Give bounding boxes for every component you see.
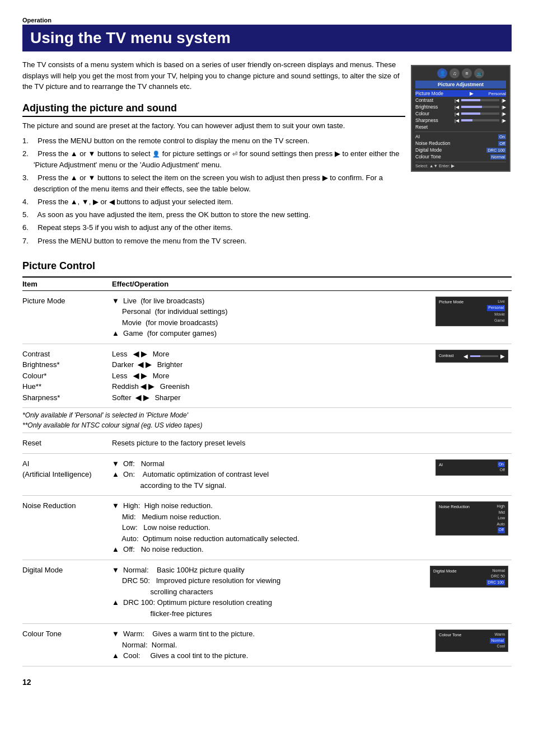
osd-sharpness-row: Sharpness |◀ |▶: [415, 117, 506, 124]
col-header-item: Item: [22, 277, 112, 291]
item-contrast: ContrastBrightness*Colour*Hue**Sharpness…: [22, 344, 112, 408]
item-digital-mode: Digital Mode: [22, 560, 112, 624]
table-row: *Only available if 'Personal' is selecte…: [22, 408, 512, 433]
effect-noise-reduction: ▼ High: High noise reduction. Mid: Mediu…: [112, 496, 512, 560]
adjusting-title: Adjusting the picture and sound: [22, 102, 405, 117]
effect-contrast: Less ◀ ▶ More Darker ◀ ▶ Brighter Less ◀…: [112, 344, 512, 408]
osd-reset-row: Reset: [415, 124, 506, 130]
effect-ai: ▼ Off: Normal ▲ On: Automatic optimizati…: [112, 453, 512, 496]
main-title: Using the TV menu system: [22, 25, 512, 51]
page-number: 12: [22, 678, 512, 687]
osd-screenshot: 👤 ♫ ≡ 📺 Picture Adjustment Picture Mode …: [411, 65, 512, 172]
step-3: 3. Press the ▲ or ▼ buttons to select th…: [22, 172, 405, 195]
item-ai: AI(Artificial Intelligence): [22, 453, 112, 496]
osd-noise-row: Noise Reduction Off: [415, 140, 506, 147]
osd-colour-row: Colour |◀ |▶: [415, 110, 506, 117]
picture-mode-ui: Picture Mode Live Personal Movie Game: [435, 297, 508, 326]
operation-label: Operation: [22, 17, 512, 24]
table-row: AI(Artificial Intelligence) ▼ Off: Norma…: [22, 453, 512, 496]
effect-colour-tone: ▼ Warm: Gives a warm tint to the picture…: [112, 624, 512, 666]
step-4: 4. Press the ▲, ▼, ▶ or ◀ buttons to adj…: [22, 196, 405, 208]
step-2: 2. Press the ▲ or ▼ buttons to select 👤 …: [22, 148, 405, 171]
effect-picture-mode: ▼ Live (for live broadcasts) Personal (f…: [112, 290, 512, 344]
intro-text: The TV consists of a menu system which i…: [22, 59, 405, 92]
table-row: Reset Resets picture to the factory pres…: [22, 433, 512, 454]
osd-brightness-row: Brightness |◀ |▶: [415, 104, 506, 110]
digital-mode-ui: Digital Mode Normal DRC 50 DRC 100: [430, 566, 508, 588]
colour-tone-ui: Colour Tone Warm Normal Cool: [435, 630, 508, 652]
step-6: 6. Repeat steps 3-5 if you wish to adjus…: [22, 222, 405, 233]
footnote-cell: *Only available if 'Personal' is selecte…: [22, 408, 512, 433]
table-row: Noise Reduction ▼ High: High noise reduc…: [22, 496, 512, 560]
step-5: 5. As soon as you have adjusted the item…: [22, 209, 405, 220]
col-header-effect: Effect/Operation: [112, 277, 512, 291]
osd-digital-row: Digital Mode DRC 100: [415, 147, 506, 153]
contrast-bar-ui: Contrast ◀ ▶: [435, 350, 508, 363]
step-7: 7. Press the MENU button to remove the m…: [22, 236, 405, 247]
table-row: Digital Mode ▼ Normal: Basic 100Hz pictu…: [22, 560, 512, 624]
item-noise-reduction: Noise Reduction: [22, 496, 112, 560]
picture-control-title: Picture Control: [22, 260, 512, 272]
osd-title: Picture Adjustment: [415, 81, 506, 88]
picture-control-table: Item Effect/Operation Picture Mode ▼ Liv…: [22, 276, 512, 666]
osd-tone-row: Colour Tone Normal: [415, 153, 506, 160]
ai-ui: AI On Off: [435, 459, 508, 476]
step-1: 1. Press the MENU button on the remote c…: [22, 135, 405, 147]
effect-digital-mode: ▼ Normal: Basic 100Hz picture quality DR…: [112, 560, 512, 624]
osd-picture-mode-row: Picture Mode ▶ Personal: [415, 90, 506, 97]
picture-control-section: Picture Control Item Effect/Operation Pi…: [22, 260, 512, 666]
item-reset: Reset: [22, 433, 112, 454]
item-colour-tone: Colour Tone: [22, 624, 112, 666]
table-row: ContrastBrightness*Colour*Hue**Sharpness…: [22, 344, 512, 408]
effect-reset: Resets picture to the factory preset lev…: [112, 433, 512, 454]
item-picture-mode: Picture Mode: [22, 290, 112, 344]
adjusting-section: Adjusting the picture and sound The pict…: [22, 102, 405, 247]
noise-reduction-ui: Noise Reduction High Mid Low Auto Off: [435, 501, 508, 536]
table-row: Colour Tone ▼ Warm: Gives a warm tint to…: [22, 624, 512, 666]
osd-contrast-row: Contrast |◀ |▶: [415, 97, 506, 104]
osd-hint: Select: ▲▼ Enter: ▶: [415, 162, 506, 168]
table-row: Picture Mode ▼ Live (for live broadcasts…: [22, 290, 512, 344]
adjusting-subtitle: The picture and sound are preset at the …: [22, 121, 405, 130]
steps-list: 1. Press the MENU button on the remote c…: [22, 135, 405, 247]
osd-ai-row: AI On: [415, 133, 506, 140]
